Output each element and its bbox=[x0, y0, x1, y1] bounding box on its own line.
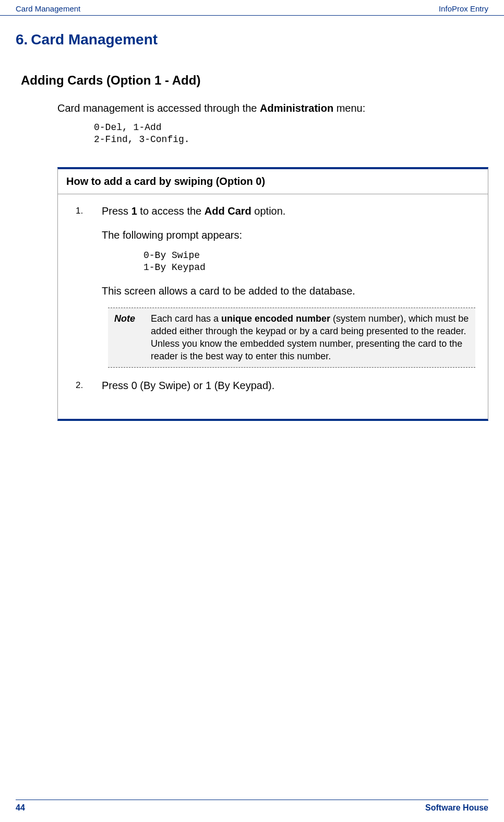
header-right: InfoProx Entry bbox=[439, 4, 488, 13]
text: option. bbox=[251, 205, 286, 217]
section-title: Adding Cards (Option 1 - Add) bbox=[21, 73, 488, 88]
text: Each card has a bbox=[151, 313, 221, 324]
howto-box: How to add a card by swiping (Option 0) … bbox=[57, 167, 488, 421]
page-content: 6.Card Management Adding Cards (Option 1… bbox=[0, 31, 504, 421]
note-label: Note bbox=[114, 312, 151, 363]
key-1: 1 bbox=[131, 205, 137, 217]
note-row: Note Each card has a unique encoded numb… bbox=[108, 308, 475, 367]
intro-paragraph: Card management is accessed through the … bbox=[57, 101, 488, 115]
footer-brand: Software House bbox=[425, 803, 488, 813]
intro-bold: Administration bbox=[260, 102, 333, 114]
intro-prefix: Card management is accessed through the bbox=[57, 102, 260, 114]
howto-body: Press 1 to access the Add Card option. T… bbox=[58, 194, 488, 419]
page-footer: 44 Software House bbox=[16, 800, 488, 813]
steps-list: Press 1 to access the Add Card option. T… bbox=[70, 204, 475, 393]
step-2: Press 0 (By Swipe) or 1 (By Keypad). bbox=[70, 378, 475, 393]
step2-text: Press 0 (By Swipe) or 1 (By Keypad). bbox=[102, 380, 274, 391]
chapter-title: 6.Card Management bbox=[16, 31, 488, 48]
text: Press bbox=[102, 205, 131, 217]
note-box: Note Each card has a unique encoded numb… bbox=[108, 308, 475, 368]
step1-explain: This screen allows a card to be added to… bbox=[102, 284, 475, 298]
intro-suffix: menu: bbox=[333, 102, 365, 114]
step1-prompt-display: 0-By Swipe 1-By Keypad bbox=[143, 250, 475, 274]
chapter-number: 6. bbox=[16, 31, 28, 48]
admin-menu-display: 0-Del, 1-Add 2-Find, 3-Config. bbox=[94, 122, 488, 146]
page-header: Card Management InfoProx Entry bbox=[0, 0, 504, 16]
step1-line1: Press 1 to access the Add Card option. bbox=[102, 205, 285, 217]
step1-prompt-intro: The following prompt appears: bbox=[102, 228, 475, 242]
text: to access the bbox=[137, 205, 205, 217]
page-number: 44 bbox=[16, 803, 25, 813]
header-left: Card Management bbox=[16, 4, 80, 13]
add-card-label: Add Card bbox=[205, 205, 251, 217]
unique-encoded-number: unique encoded number bbox=[221, 313, 330, 324]
step-1: Press 1 to access the Add Card option. T… bbox=[70, 204, 475, 368]
note-text: Each card has a unique encoded number (s… bbox=[151, 312, 469, 363]
howto-header: How to add a card by swiping (Option 0) bbox=[58, 169, 488, 194]
chapter-name: Card Management bbox=[31, 31, 158, 48]
